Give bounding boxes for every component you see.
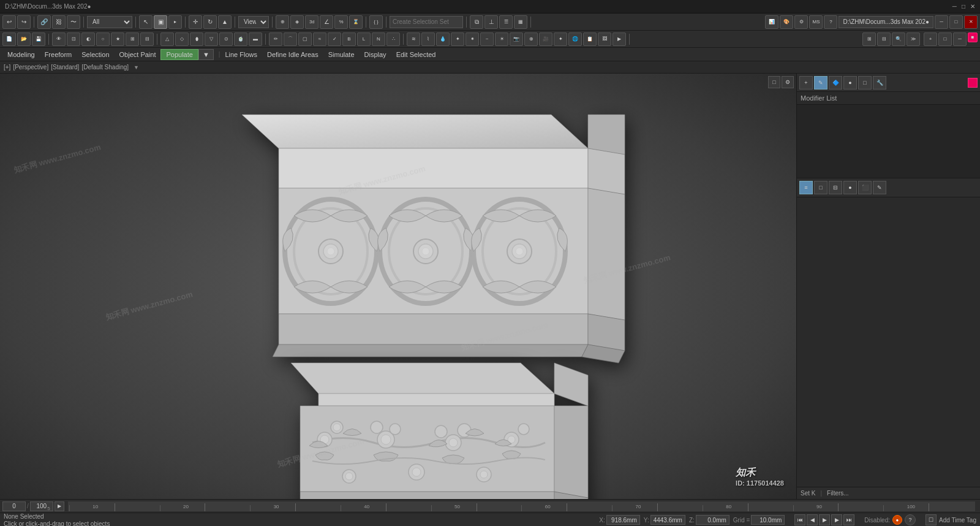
panel-tab-3[interactable]: ⊟ (829, 181, 842, 194)
viewport-shading[interactable]: [Default Shading] (81, 64, 129, 71)
panel-tab-4[interactable]: ● (843, 181, 857, 194)
next-frame-btn[interactable]: ▶ (831, 514, 842, 525)
utilities-panel-btn[interactable]: 🔧 (873, 76, 886, 90)
environment-button[interactable]: 🌐 (568, 32, 582, 46)
timeline-track[interactable]: 5 10 20 30 40 50 (68, 501, 975, 511)
customization-button[interactable]: ⚙ (794, 15, 808, 29)
menu-line-flows[interactable]: Line Flows (220, 50, 262, 59)
title-close[interactable]: ✕ (970, 3, 975, 10)
vertex-paint-button[interactable]: ✏ (269, 32, 282, 46)
graph-editors-button[interactable]: 📊 (765, 15, 778, 29)
effects-button[interactable]: ✦ (554, 32, 567, 46)
viewport-perspective[interactable]: [Perspective] (13, 64, 48, 71)
viewport-standard[interactable]: [Standard] (51, 64, 79, 71)
play-btn[interactable]: ▶ (819, 514, 830, 525)
group-button[interactable]: ⊞ (126, 32, 139, 46)
material-id-button[interactable]: ✓ (328, 32, 341, 46)
menu-freeform[interactable]: Freeform (40, 50, 77, 59)
menu-define-idle[interactable]: Define Idle Areas (262, 50, 323, 59)
fluid-button[interactable]: 💧 (436, 32, 450, 46)
top-right-1[interactable]: + (924, 32, 937, 46)
panel-tab-1[interactable]: ≡ (799, 181, 813, 194)
spinner-snap-button[interactable]: ⌛ (349, 15, 363, 29)
bind-space-warp-button[interactable]: 〜 (67, 15, 80, 29)
particles-button[interactable]: ✦ (451, 32, 464, 46)
prev-frame-btn[interactable]: ◀ (807, 514, 818, 525)
more-btn2[interactable]: ≫ (907, 32, 920, 46)
display-panel-btn[interactable]: □ (858, 76, 872, 90)
render-frame-button[interactable]: 🖼 (598, 32, 611, 46)
scatter-button[interactable]: ∴ (386, 32, 400, 46)
menu-modeling[interactable]: Modeling (2, 50, 40, 59)
geometry-toggle-button[interactable]: ◇ (175, 32, 189, 46)
capsule-button[interactable]: ⬮ (190, 32, 203, 46)
torus-button[interactable]: ⊙ (219, 32, 233, 46)
use-pivot-button[interactable]: ◈ (290, 15, 304, 29)
x-value[interactable]: 918.6mm (606, 515, 640, 525)
renderers-button[interactable]: 🎥 (539, 32, 552, 46)
save-scene-button[interactable]: 💾 (32, 32, 45, 46)
select-link-button[interactable]: 🔗 (37, 15, 51, 29)
helpers-button[interactable]: ⊕ (524, 32, 538, 46)
disabled-toggle[interactable]: ● (892, 515, 902, 525)
polygon-count-button[interactable]: △ (160, 32, 174, 46)
move-button[interactable]: ✛ (189, 15, 202, 29)
viewport[interactable]: 知禾网 www.znzmo.com 知禾网 www.znzmo.com 知禾网 … (0, 74, 796, 499)
selection-set-input[interactable] (390, 16, 463, 28)
goto-start-btn[interactable]: ⏮ (794, 514, 805, 525)
loft-button[interactable]: L (357, 32, 371, 46)
create-panel-btn[interactable]: + (799, 76, 813, 90)
undo-button[interactable]: ↩ (2, 15, 16, 29)
redo-button[interactable]: ↪ (17, 15, 31, 29)
disabled-settings[interactable]: ? (905, 514, 916, 525)
new-scene-button[interactable]: 📄 (2, 32, 16, 46)
scene-xplorer-button[interactable]: ▦ (514, 15, 527, 29)
add-time-tag-checkbox[interactable]: ☐ (925, 514, 937, 525)
rotate-button[interactable]: ↻ (203, 15, 217, 29)
max-script-button[interactable]: MS (809, 15, 823, 29)
edit-named-selections-button[interactable]: { } (369, 15, 383, 29)
y-value[interactable]: 4443.6mm (650, 515, 685, 525)
viewport-settings-btn[interactable]: ⚙ (782, 76, 794, 88)
asset-tracking-button[interactable]: 🔍 (892, 32, 905, 46)
percent-snap-button[interactable]: % (334, 15, 348, 29)
cameras-button[interactable]: 📷 (510, 32, 523, 46)
panel-tab-2[interactable]: □ (814, 181, 827, 194)
layer-manager-button[interactable]: ☰ (499, 15, 513, 29)
title-minimize[interactable]: ─ (952, 3, 957, 10)
top-right-4[interactable]: ■ (968, 32, 978, 42)
render-final-button[interactable]: ▶ (612, 32, 626, 46)
z-value[interactable]: 0.0mm (696, 515, 729, 525)
maximize-scene-button[interactable]: □ (949, 15, 963, 29)
snap-toggle-button[interactable]: 3d (305, 15, 318, 29)
menu-edit-selected[interactable]: Edit Selected (391, 50, 441, 59)
motion-panel-btn[interactable]: ● (843, 76, 857, 90)
current-frame-field[interactable]: 0 (2, 501, 26, 511)
boolean-button[interactable]: B (342, 32, 356, 46)
render-msg-button[interactable]: 📋 (583, 32, 597, 46)
mirror-button[interactable]: ⧉ (470, 15, 483, 29)
menu-selection[interactable]: Selection (77, 50, 114, 59)
angle-snap-button[interactable]: ∠ (320, 15, 333, 29)
close-scene-button[interactable]: ✕ (964, 15, 978, 29)
space-warp-button[interactable]: ~ (480, 32, 494, 46)
select-region-type-button[interactable]: ▸ (168, 15, 182, 29)
scale-button[interactable]: ▲ (218, 15, 232, 29)
lights-button[interactable]: ☀ (495, 32, 508, 46)
hair-button[interactable]: ⌇ (421, 32, 435, 46)
material-get-button[interactable]: ○ (96, 32, 110, 46)
open-scene-button[interactable]: 📂 (17, 32, 31, 46)
plane-button[interactable]: ▬ (249, 32, 262, 46)
ungroup-button[interactable]: ⊟ (140, 32, 154, 46)
panel-tab-5[interactable]: ⬛ (858, 181, 872, 194)
menu-more[interactable]: ▼ (198, 49, 214, 60)
unlink-button[interactable]: ⛓ (52, 15, 66, 29)
cone-button[interactable]: ▽ (205, 32, 218, 46)
minimize-scene-button[interactable]: ─ (935, 15, 948, 29)
menu-object-paint[interactable]: Object Paint (115, 50, 161, 59)
help-button[interactable]: ? (824, 15, 837, 29)
select-button[interactable]: ↖ (139, 15, 153, 29)
menu-simulate[interactable]: Simulate (323, 50, 360, 59)
reference-coord-button[interactable]: ⊕ (276, 15, 289, 29)
view-mode-dropdown[interactable]: View Screen World Local Parent (238, 16, 269, 28)
